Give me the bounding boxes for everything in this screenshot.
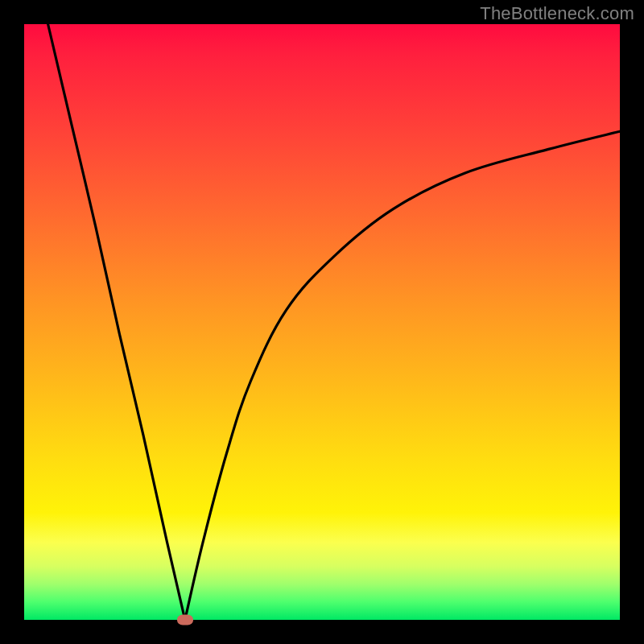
bottleneck-curve (24, 24, 620, 620)
optimal-marker (177, 615, 193, 625)
curve-right-branch (185, 131, 620, 620)
chart-frame: TheBottleneck.com (0, 0, 644, 644)
watermark-text: TheBottleneck.com (480, 3, 634, 24)
curve-left-branch (48, 24, 185, 620)
plot-area (24, 24, 620, 620)
